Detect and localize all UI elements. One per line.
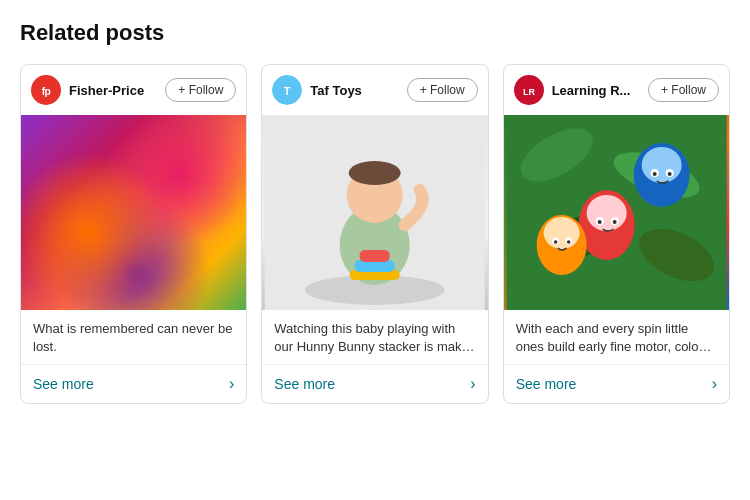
card-header-taf-toys: T Taf Toys + Follow	[262, 65, 487, 115]
see-more-link-taf-toys[interactable]: See more	[274, 376, 335, 392]
svg-text:LR: LR	[523, 87, 535, 97]
svg-point-30	[597, 220, 601, 224]
svg-rect-11	[360, 250, 390, 262]
card-footer-taf-toys[interactable]: See more ›	[262, 364, 487, 403]
card-description-learning-resources: With each and every spin little ones bui…	[516, 320, 717, 356]
chevron-right-icon-fisher-price: ›	[229, 375, 234, 393]
cards-container: fp Fisher-Price + Follow What is remembe…	[20, 64, 730, 404]
card-image-learning-resources	[504, 115, 729, 310]
brand-name-taf-toys: Taf Toys	[310, 83, 398, 98]
follow-button-learning-resources[interactable]: + Follow	[648, 78, 719, 102]
svg-point-25	[667, 172, 671, 176]
page-title: Related posts	[20, 20, 730, 46]
card-fisher-price: fp Fisher-Price + Follow What is remembe…	[20, 64, 247, 404]
brand-name-learning-resources: Learning R...	[552, 83, 640, 98]
card-body-learning-resources: With each and every spin little ones bui…	[504, 310, 729, 364]
svg-point-8	[349, 161, 401, 185]
card-body-fisher-price: What is remembered can never be lost.	[21, 310, 246, 364]
see-more-link-fisher-price[interactable]: See more	[33, 376, 94, 392]
brand-logo-learning-resources: LR	[514, 75, 544, 105]
card-image-fisher-price	[21, 115, 246, 310]
chevron-right-icon-learning-resources: ›	[712, 375, 717, 393]
card-image-taf-toys	[262, 115, 487, 310]
svg-point-24	[652, 172, 656, 176]
brand-logo-taf-toys: T	[272, 75, 302, 105]
follow-button-fisher-price[interactable]: + Follow	[165, 78, 236, 102]
svg-point-37	[567, 240, 571, 244]
card-description-taf-toys: Watching this baby playing with our Hunn…	[274, 320, 475, 356]
svg-text:fp: fp	[42, 86, 51, 97]
card-header-fisher-price: fp Fisher-Price + Follow	[21, 65, 246, 115]
svg-point-27	[586, 195, 626, 231]
card-description-fisher-price: What is remembered can never be lost.	[33, 320, 234, 356]
svg-point-36	[554, 240, 558, 244]
chevron-right-icon-taf-toys: ›	[470, 375, 475, 393]
svg-point-33	[543, 217, 579, 249]
svg-point-21	[641, 147, 681, 183]
card-learning-resources: LR Learning R... + Follow	[503, 64, 730, 404]
card-footer-fisher-price[interactable]: See more ›	[21, 364, 246, 403]
card-body-taf-toys: Watching this baby playing with our Hunn…	[262, 310, 487, 364]
see-more-link-learning-resources[interactable]: See more	[516, 376, 577, 392]
card-header-learning-resources: LR Learning R... + Follow	[504, 65, 729, 115]
card-footer-learning-resources[interactable]: See more ›	[504, 364, 729, 403]
svg-text:T: T	[284, 85, 291, 97]
brand-logo-fisher-price: fp	[31, 75, 61, 105]
svg-point-31	[612, 220, 616, 224]
follow-button-taf-toys[interactable]: + Follow	[407, 78, 478, 102]
brand-name-fisher-price: Fisher-Price	[69, 83, 157, 98]
card-taf-toys: T Taf Toys + Follow	[261, 64, 488, 404]
